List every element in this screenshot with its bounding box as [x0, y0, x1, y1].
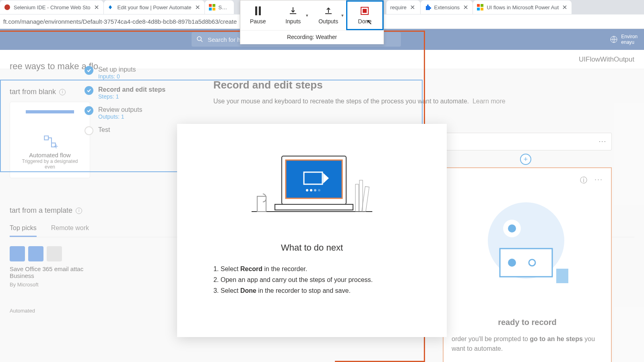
- outputs-button[interactable]: Outputs ▾: [311, 0, 346, 30]
- svg-text:+: +: [54, 142, 58, 149]
- connector-icon: [10, 246, 25, 261]
- svg-rect-15: [500, 249, 552, 277]
- svg-rect-32: [255, 6, 257, 15]
- template-title: Save Office 365 email attac Business: [10, 265, 90, 279]
- svg-point-16: [508, 259, 516, 267]
- ready-title: ready to record: [452, 318, 603, 327]
- svg-rect-5: [477, 4, 480, 7]
- chevron-down-icon[interactable]: ▾: [341, 13, 344, 18]
- add-step-button[interactable]: +: [520, 154, 531, 165]
- flow-branch-icon: +: [42, 134, 58, 149]
- environment-picker[interactable]: Environenayu: [610, 34, 638, 45]
- svg-point-24: [314, 189, 316, 191]
- check-icon: [87, 88, 91, 93]
- step-record[interactable]: Record and edit stepsSteps: 1: [85, 83, 201, 103]
- template-type: Automated: [10, 308, 90, 314]
- svg-rect-28: [257, 196, 266, 212]
- check-icon: [87, 108, 91, 113]
- ms-icon: [477, 4, 483, 10]
- url-text: ft.com/manage/environments/Default-37574…: [3, 18, 237, 25]
- svg-point-14: [508, 224, 516, 232]
- tab-title: UI flows in Microsoft Power Aut: [487, 4, 559, 10]
- svg-rect-18: [556, 269, 568, 283]
- tab-title: require: [390, 4, 407, 10]
- search-icon: [196, 36, 204, 43]
- pause-button[interactable]: Pause: [240, 0, 276, 30]
- modal-title: What to do next: [196, 243, 427, 253]
- close-icon[interactable]: [410, 4, 415, 10]
- tab-title: Selenium IDE - Chrome Web Sto: [14, 4, 91, 10]
- svg-rect-4: [213, 8, 215, 10]
- info-icon[interactable]: i: [76, 208, 82, 214]
- svg-point-22: [306, 189, 308, 191]
- card-title: Automated flow: [29, 152, 70, 158]
- puzzle-icon: [425, 4, 431, 10]
- recorder-toolbar: Pause Inputs ▾ Outputs ▾ Done Recording:…: [240, 0, 384, 44]
- svg-rect-8: [481, 8, 483, 10]
- recorder-status: Recording: Weather: [240, 30, 384, 44]
- step-outputs[interactable]: Review outputsOutputs: 1: [85, 103, 201, 123]
- browser-tab[interactable]: UI flows in Microsoft Power Aut: [473, 0, 572, 14]
- svg-rect-31: [362, 187, 369, 212]
- svg-rect-1: [209, 4, 212, 7]
- svg-rect-33: [259, 6, 261, 15]
- stop-icon: [360, 6, 369, 15]
- learn-more-link[interactable]: Learn more: [473, 98, 506, 105]
- more-icon[interactable]: ···: [594, 175, 603, 185]
- illustration-record-icon: [488, 192, 572, 285]
- svg-rect-35: [363, 9, 367, 13]
- tab-title: Set up: [219, 4, 230, 10]
- flow-icon: [108, 4, 114, 10]
- close-icon[interactable]: [195, 4, 200, 10]
- ready-body: order you'll be prompted to go to an he …: [452, 334, 603, 362]
- svg-rect-3: [209, 8, 212, 10]
- more-icon[interactable]: ···: [599, 138, 607, 145]
- tab-top-picks[interactable]: Top picks: [10, 220, 37, 237]
- tab-title: Edit your flow | Power Automate: [118, 4, 192, 10]
- inputs-button[interactable]: Inputs ▾: [276, 0, 311, 30]
- svg-rect-26: [275, 204, 353, 210]
- ms-icon: [209, 4, 215, 10]
- svg-rect-2: [213, 4, 215, 7]
- svg-point-9: [197, 37, 201, 41]
- svg-rect-6: [481, 4, 483, 7]
- info-icon[interactable]: i: [59, 89, 66, 95]
- template-card[interactable]: Save Office 365 email attac Business By …: [10, 246, 90, 314]
- done-button[interactable]: Done: [346, 0, 384, 30]
- flow-action-bar[interactable]: ···: [443, 133, 612, 150]
- laptop-record-icon: [244, 152, 380, 220]
- info-icon[interactable]: ⓘ: [580, 175, 587, 185]
- browser-tab[interactable]: Selenium IDE - Chrome Web Sto: [0, 0, 103, 14]
- tab-remote-work[interactable]: Remote work: [51, 220, 89, 237]
- chevron-down-icon[interactable]: ▾: [306, 13, 308, 18]
- step-inputs[interactable]: Set up inputsInputs: 0: [85, 63, 201, 83]
- svg-point-0: [4, 4, 10, 10]
- modal-steps: Select Record in the recorder. Open an a…: [221, 263, 403, 296]
- instructions-modal: What to do next Select Record in the rec…: [177, 124, 447, 337]
- close-icon[interactable]: [94, 4, 99, 10]
- step-dot-empty: [85, 126, 93, 135]
- browser-tab[interactable]: require: [386, 0, 420, 14]
- check-icon: [87, 68, 91, 73]
- ready-panel: ⓘ··· ready to record order you'll be pro…: [443, 167, 612, 362]
- template-author: By Microsoft: [10, 282, 90, 288]
- svg-point-25: [318, 189, 320, 191]
- close-icon[interactable]: [562, 4, 568, 10]
- svg-rect-20: [286, 160, 342, 198]
- globe-icon: [610, 35, 618, 43]
- flow-card-automated[interactable]: + Automated flow Triggered by a designat…: [10, 102, 90, 178]
- card-subtitle: Triggered by a designated even: [18, 158, 82, 170]
- tab-title: Extensions: [434, 4, 460, 10]
- pause-icon: [254, 6, 262, 15]
- browser-tab[interactable]: Extensions: [421, 0, 473, 14]
- inputs-icon: [289, 6, 297, 15]
- browser-tab[interactable]: Edit your flow | Power Automate: [104, 0, 204, 14]
- outputs-icon: [324, 6, 333, 15]
- browser-tab[interactable]: Set up: [205, 0, 234, 14]
- selenium-icon: [4, 4, 10, 10]
- svg-rect-29: [355, 184, 359, 212]
- close-icon[interactable]: [463, 4, 469, 10]
- card-accent: [26, 110, 74, 113]
- svg-rect-7: [477, 8, 480, 10]
- connector-icon: [47, 246, 62, 261]
